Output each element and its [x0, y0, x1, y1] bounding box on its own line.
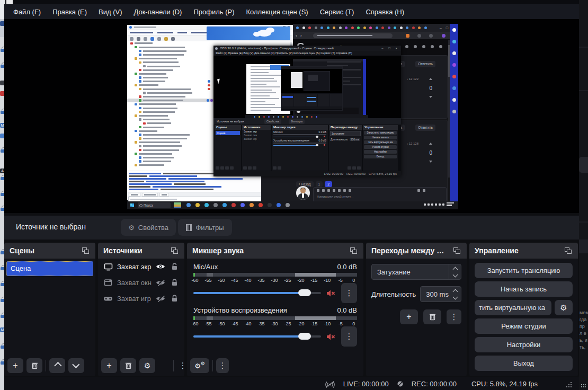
popout-icon[interactable] [350, 247, 358, 254]
taskbar-search-box: Поиск [138, 202, 171, 208]
desktop-edge-top[interactable] [5, 0, 588, 4]
inner-obs-preview [213, 56, 401, 118]
start-recording-button[interactable]: Начать запись [475, 281, 573, 297]
popout-icon[interactable] [82, 247, 90, 254]
scene-item-selected[interactable]: Сцена [6, 261, 93, 276]
mixer-channel-mic: Mic/Aux0.0 dB -60-55-50-45-40-35-30-25-2… [187, 259, 363, 301]
db-tick: -35 [257, 321, 264, 326]
sources-dock-header[interactable]: Источники [98, 243, 184, 259]
browser-toolbar: ‹ › [293, 32, 458, 39]
remove-source-button[interactable] [120, 358, 136, 373]
remove-scene-button[interactable] [26, 358, 42, 373]
virtual-camera-settings-button[interactable]: ⚙ [555, 300, 573, 315]
desktop-edge-right[interactable]: мем гда пр л е ь, и ть, [579, 0, 588, 390]
scene-down-button[interactable] [68, 358, 84, 373]
add-source-button[interactable]: + [101, 358, 117, 373]
browser-tab-favicon [388, 26, 390, 29]
forum-reply-editor: Напишите свой ответ... [296, 189, 446, 200]
db-tick: -50 [218, 278, 225, 283]
eye-hidden-icon[interactable] [156, 279, 165, 286]
advanced-audio-button[interactable]: ⚙⚙ [190, 358, 209, 373]
duration-spinbox[interactable]: 300 ms [420, 286, 461, 302]
lock-icon[interactable] [170, 279, 179, 286]
scenes-dock: Сцены Сцена + [4, 243, 95, 376]
lock-icon[interactable] [170, 295, 179, 302]
transitions-dock-header[interactable]: Переходы между … [366, 243, 467, 259]
start-streaming-button[interactable]: Запустить трансляцию [475, 263, 573, 278]
background-panel-seam [579, 47, 588, 48]
window-icon [103, 279, 113, 286]
eye-visible-icon[interactable] [156, 263, 165, 270]
browser-tab-favicon [400, 26, 403, 29]
mixer-channel-desktop: Устройство воспроизведения0.0 dB -60-55-… [187, 302, 363, 344]
background-text-fragment: пр [580, 324, 585, 329]
scenes-dock-header[interactable]: Сцены [4, 243, 95, 259]
eye-hidden-icon[interactable] [156, 295, 165, 302]
inner-obs-menubar: Файл (F) Правка (E) Вид (V) Док-панели (… [213, 51, 401, 56]
transition-select[interactable]: Затухание [371, 264, 461, 280]
filters-button[interactable]: Фильтры [178, 219, 232, 236]
menu-tools[interactable]: Сервис (T) [314, 5, 360, 19]
program-preview[interactable]: – □ × ‹ › G СЕРВЕРЫ САЙТ ПОЛЬЗОВАТЕЛИ [4, 19, 579, 213]
mute-button[interactable] [325, 289, 337, 297]
volume-slider[interactable] [193, 287, 321, 299]
channel-volume-db: 0.0 dB [337, 306, 357, 314]
db-tick: -40 [244, 278, 251, 283]
mixer-dock-header[interactable]: Микшер звука [187, 243, 363, 259]
source-row-window-capture[interactable]: Захват окн [98, 274, 184, 290]
trash-icon [31, 362, 38, 369]
mixer-menu-button[interactable]: ⋮ [216, 358, 229, 373]
vote-count: 0 [429, 150, 432, 156]
add-scene-button[interactable]: + [7, 358, 23, 373]
db-tick: -30 [271, 278, 278, 283]
remove-transition-button[interactable] [423, 309, 441, 324]
studio-mode-button[interactable]: Режим студии [475, 318, 573, 334]
channel-tree-row [127, 41, 293, 45]
menu-docks[interactable]: Док-панели (D) [128, 5, 188, 19]
sources-menu-button[interactable]: ⋮ [177, 358, 184, 373]
controls-dock-header[interactable]: Управление [469, 243, 578, 259]
channel-menu-button[interactable]: ⋮ [341, 326, 357, 347]
volume-slider[interactable] [193, 331, 321, 342]
mute-button[interactable] [325, 333, 337, 341]
background-panel-seam [579, 90, 588, 91]
controls-dock: Управление Запустить трансляцию Начать з… [469, 243, 578, 376]
menu-help[interactable]: Справка (H) [360, 5, 410, 19]
display-capture-content: – □ × ‹ › G СЕРВЕРЫ САЙТ ПОЛЬЗОВАТЕЛИ [127, 24, 458, 209]
popout-icon[interactable] [453, 247, 461, 254]
resize-grip[interactable] [571, 386, 572, 387]
unlock-icon[interactable] [170, 263, 179, 270]
db-tick: -20 [297, 321, 304, 326]
menu-edit[interactable]: Правка (E) [47, 5, 93, 19]
browser-tab-favicon [376, 26, 378, 29]
mouse-cursor [217, 79, 221, 84]
source-properties-button[interactable]: ⚙ [139, 358, 155, 373]
background-text-fragment: л е [580, 331, 586, 336]
source-row-display-capture[interactable]: Захват экр [98, 259, 184, 274]
menu-scene-collection[interactable]: Коллекция сцен (S) [240, 5, 314, 19]
popout-icon[interactable] [171, 247, 179, 254]
browser-tab-favicon [308, 26, 311, 29]
db-tick: -55 [205, 321, 212, 326]
inner-mixer-dock: Микшер звука Mic/Aux0.0 dB Устройство во… [272, 125, 328, 171]
start-virtual-camera-button[interactable]: тить виртуальную ка [475, 300, 551, 315]
browser-tab-favicon [394, 26, 396, 29]
menu-view[interactable]: Вид (V) [93, 5, 128, 19]
db-tick: -60 [192, 278, 199, 283]
popout-icon[interactable] [565, 247, 573, 254]
cpu-fps: CPU: 5.8%, 24.19 fps [471, 380, 538, 388]
sidebar-icon [452, 98, 456, 102]
exit-button[interactable]: Выход [475, 356, 573, 371]
source-row-game-capture[interactable]: Захват игр [98, 290, 184, 306]
sources-dock: Источники Захват экр Захват ок [98, 243, 184, 376]
meter-scale: -60-55-50-45-40-35-30-25-20-15-10-50 [193, 321, 357, 327]
properties-button[interactable]: ⚙ Свойства [121, 219, 176, 236]
menu-file[interactable]: Файл (F) [7, 5, 47, 19]
obs-main-window: Файл (F) Правка (E) Вид (V) Док-панели (… [4, 4, 579, 390]
settings-button[interactable]: Настройки [475, 337, 573, 352]
transition-menu-button[interactable]: ⋮ [447, 309, 461, 324]
channel-menu-button[interactable]: ⋮ [341, 283, 357, 303]
scene-up-button[interactable] [49, 358, 65, 373]
menu-profile[interactable]: Профиль (P) [188, 5, 240, 19]
add-transition-button[interactable]: + [400, 309, 418, 324]
